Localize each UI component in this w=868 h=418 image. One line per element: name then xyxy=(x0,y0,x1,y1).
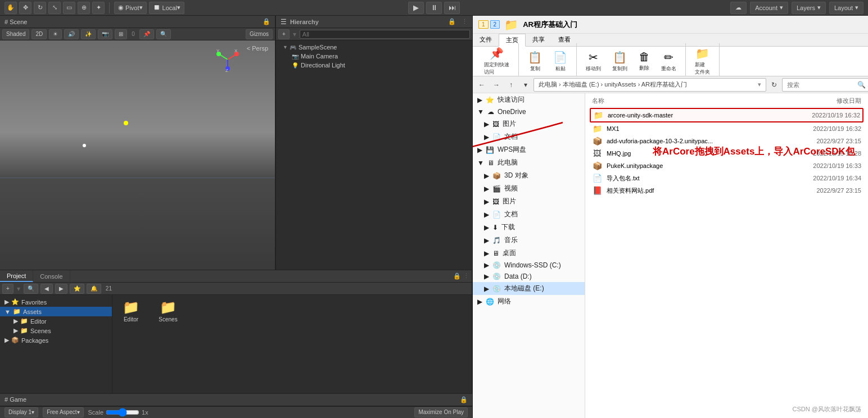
ribbon-paste-btn[interactable]: 📄 粘贴 xyxy=(549,48,572,75)
project-add-btn[interactable]: + xyxy=(2,284,13,294)
snap-btn[interactable]: 📌 xyxy=(139,29,154,39)
tree-item-assets[interactable]: ▼ 📁 Assets xyxy=(0,307,112,316)
hierarchy-item-samplescene[interactable]: ▼ 🎮 SampleScene xyxy=(276,43,472,52)
ribbon-copy-btn[interactable]: 📋 复制 xyxy=(523,48,546,75)
rect-tool-btn[interactable]: ▭ xyxy=(63,2,75,14)
sidebar-videos[interactable]: ▶ 🎬 视频 xyxy=(473,182,585,195)
sidebar-onedrive[interactable]: ▼ ☁ OneDrive xyxy=(473,106,585,117)
hierarchy-panel: ☰ Hierarchy 🔒 ⋮ + ▾ ▼ 🎮 Sa xyxy=(275,16,472,270)
rotate-tool-btn[interactable]: ↻ xyxy=(34,2,46,14)
custom-tool-btn[interactable]: ✦ xyxy=(92,2,105,14)
nav-up-btn[interactable]: ↑ xyxy=(504,79,518,91)
account-button[interactable]: Account ▾ xyxy=(750,2,788,14)
tree-item-favorites[interactable]: ▶ ⭐ Favorites xyxy=(0,297,112,307)
sidebar-e-drive[interactable]: ▶ 💿 本地磁盘 (E:) xyxy=(473,282,585,295)
fe-item-mx1[interactable]: 📁 MX1 2022/10/19 16:32 xyxy=(590,122,864,135)
sidebar-music[interactable]: ▶ 🎵 音乐 xyxy=(473,234,585,247)
game-tab[interactable]: # Game xyxy=(4,396,26,403)
ribbon-copyto-btn[interactable]: 📋 复制到 xyxy=(608,48,632,75)
hierarchy-item-directionallight[interactable]: 💡 Directional Light xyxy=(276,61,472,70)
ribbon-move-btn[interactable]: ✂ 移动到 xyxy=(581,48,605,75)
tab-console[interactable]: Console xyxy=(33,270,70,282)
grid-btn[interactable]: ⊞ xyxy=(115,29,127,39)
nav-back-btn[interactable]: ← xyxy=(475,79,489,91)
fe-item-pukek[interactable]: 📦 PukeK.unitypackage 2022/10/19 16:33 xyxy=(590,160,864,172)
pause-button[interactable]: ⏸ xyxy=(426,2,442,14)
hierarchy-lock[interactable]: 🔒 xyxy=(448,18,456,25)
tab-project[interactable]: Project xyxy=(0,270,33,282)
scale-tool-btn[interactable]: ⤡ xyxy=(48,2,61,14)
sidebar-downloads[interactable]: ▶ ⬇ 下载 xyxy=(473,221,585,234)
scene-cam-btn[interactable]: 📷 xyxy=(98,29,112,39)
fe-item-arcore[interactable]: 📁 arcore-unity-sdk-master 2022/10/19 16:… xyxy=(590,108,864,122)
project-panel-more[interactable]: ⋮ xyxy=(463,272,472,280)
fx-btn[interactable]: ✨ xyxy=(81,29,96,39)
collab-button[interactable]: ☁ xyxy=(730,2,747,14)
layers-button[interactable]: Layers ▾ xyxy=(792,2,826,14)
sidebar-thispc[interactable]: ▼ 🖥 此电脑 xyxy=(473,156,585,169)
tree-item-editor[interactable]: ▶ 📁 Editor xyxy=(0,316,112,326)
move-tool-btn[interactable]: ✥ xyxy=(19,2,31,14)
tree-item-scenes[interactable]: ▶ 📁 Scenes xyxy=(0,326,112,335)
hierarchy-search[interactable] xyxy=(300,30,470,39)
pivot-dropdown[interactable]: ◉ Pivot ▾ xyxy=(114,2,147,14)
scene-canvas[interactable]: X Y Z < Persp xyxy=(0,40,275,270)
fe-item-mhq[interactable]: 🖼 MHQ.jpg 2022/10/19 16:28 xyxy=(590,147,864,160)
project-filter2[interactable]: ▶ xyxy=(55,284,67,294)
sidebar-pictures1[interactable]: ▶ 🖼 图片 xyxy=(473,117,585,130)
sidebar-docs2[interactable]: ▶ 📄 文档 xyxy=(473,208,585,221)
ribbon-rename-btn[interactable]: ✏ 重命名 xyxy=(657,48,681,75)
aspect-dropdown[interactable]: Free Aspect ▾ xyxy=(43,407,83,417)
display-dropdown[interactable]: Display 1 ▾ xyxy=(4,407,38,417)
project-filter4[interactable]: 🔔 xyxy=(87,284,101,294)
sidebar-wps[interactable]: ▶ 💾 WPS网盘 xyxy=(473,143,585,156)
rename-icon: ✏ xyxy=(664,51,673,64)
project-panel-lock[interactable]: 🔒 xyxy=(453,272,463,280)
game-lock[interactable]: 🔒 xyxy=(460,396,468,403)
hierarchy-more[interactable]: ⋮ xyxy=(462,18,468,25)
audio-btn[interactable]: 🔊 xyxy=(64,29,79,39)
layout-button[interactable]: Layout ▾ xyxy=(829,2,864,14)
ribbon-pin-btn[interactable]: 📌 固定到快速访问 xyxy=(480,44,514,78)
maximize-btn[interactable]: Maximize On Play xyxy=(414,407,468,417)
sidebar-docs1[interactable]: ▶ 📄 文档 xyxy=(473,130,585,143)
tree-item-packages[interactable]: ▶ 📦 Packages xyxy=(0,335,112,345)
project-filter3[interactable]: ⭐ xyxy=(70,284,84,294)
play-button[interactable]: ▶ xyxy=(408,2,424,14)
gizmos-dropdown[interactable]: Gizmos xyxy=(246,29,273,39)
sidebar-3dobjects[interactable]: ▶ 📦 3D 对象 xyxy=(473,169,585,182)
hierarchy-item-maincamera[interactable]: 📷 Main Camera xyxy=(276,52,472,61)
sidebar-desktop[interactable]: ▶ 🖥 桌面 xyxy=(473,247,585,260)
nav-refresh-btn[interactable]: ↻ xyxy=(767,79,781,91)
shaded-dropdown[interactable]: Shaded xyxy=(2,29,29,39)
2d-btn[interactable]: 2D xyxy=(31,29,47,39)
fe-item-vuforia[interactable]: 📦 add-vuforia-package-10-3-2.unitypac...… xyxy=(590,135,864,147)
nav-forward-btn[interactable]: → xyxy=(490,79,503,91)
scale-slider[interactable] xyxy=(106,408,139,417)
project-search-btn[interactable]: 🔍 xyxy=(24,284,38,294)
breadcrumb-bar[interactable]: 此电脑 › 本地磁盘 (E:) › unityAssets › AR程序基础入门… xyxy=(534,78,766,92)
hierarchy-add-btn[interactable]: + xyxy=(278,29,290,39)
fe-search-input[interactable] xyxy=(782,78,868,92)
step-button[interactable]: ⏭ xyxy=(444,2,460,14)
transform-tool-btn[interactable]: ⊕ xyxy=(78,2,90,14)
asset-folder-scenes[interactable]: 📁 Scenes xyxy=(154,299,182,322)
local-dropdown[interactable]: 🔲 Local ▾ xyxy=(149,2,184,14)
asset-folder-editor[interactable]: 📁 Editor xyxy=(117,299,145,322)
lighting-btn[interactable]: ☀ xyxy=(49,29,62,39)
scene-tab[interactable]: # Scene xyxy=(4,19,27,25)
fe-item-pdf[interactable]: 📕 相关资料网站.pdf 2022/9/27 23:15 xyxy=(590,184,864,197)
fe-item-daoru[interactable]: 📄 导入包名.txt 2022/10/19 16:34 xyxy=(590,172,864,184)
sidebar-quick-access[interactable]: ▶ ⭐ 快速访问 xyxy=(473,93,585,106)
search-filter-btn[interactable]: 🔍 xyxy=(156,29,171,39)
nav-recent-btn[interactable]: ▾ xyxy=(519,79,532,91)
project-filter1[interactable]: ◀ xyxy=(40,284,53,294)
sidebar-network[interactable]: ▶ 🌐 网络 xyxy=(473,295,585,308)
ribbon-delete-btn[interactable]: 🗑 删除 xyxy=(634,48,654,74)
toolbar-left: ✋ ✥ ↻ ⤡ ▭ ⊕ ✦ ◉ Pivot ▾ 🔲 Local ▾ xyxy=(0,2,726,14)
sidebar-pictures2[interactable]: ▶ 🖼 图片 xyxy=(473,195,585,208)
sidebar-d-drive[interactable]: ▶ 💿 Data (D:) xyxy=(473,271,585,282)
ribbon-newfolder-btn[interactable]: 📁 新建文件夹 xyxy=(690,44,715,78)
sidebar-c-drive[interactable]: ▶ 💿 Windows-SSD (C:) xyxy=(473,260,585,271)
hand-tool-btn[interactable]: ✋ xyxy=(4,2,17,14)
